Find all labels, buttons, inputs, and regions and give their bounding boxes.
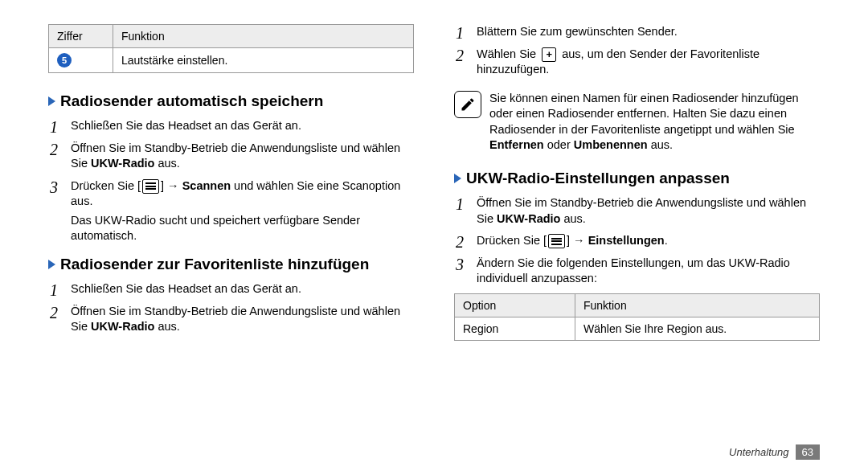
right-column: Blättern Sie zum gewünschten Sender. Wäh… [454, 24, 820, 434]
footer-section: Unterhaltung [729, 446, 788, 458]
step: Öffnen Sie im Standby-Betrieb die Anwend… [454, 195, 820, 227]
heading-favorites: Radiosender zur Favoritenliste hinzufüge… [48, 256, 414, 273]
step: Wählen Sie + aus, um den Sender der Favo… [454, 47, 820, 78]
options-table: Option Funktion Region Wählen Sie Ihre R… [454, 293, 820, 341]
chevron-right-icon [48, 260, 55, 269]
step: Drücken Sie [] → Scannen und wählen Sie … [48, 178, 414, 244]
page-footer: Unterhaltung 63 [729, 444, 820, 460]
ziffer-table: Ziffer Funktion 5 Lautstärke einstellen. [48, 24, 414, 73]
steps-auto-save: Schließen Sie das Headset an das Gerät a… [48, 118, 414, 251]
th-option: Option [455, 293, 575, 317]
number-badge-5: 5 [57, 53, 72, 68]
menu-icon [548, 234, 565, 248]
left-column: Ziffer Funktion 5 Lautstärke einstellen.… [48, 24, 414, 434]
cell-region: Region [455, 317, 575, 340]
step: Drücken Sie [] → Einstellungen. [454, 233, 820, 249]
th-funktion: Funktion [113, 25, 414, 48]
steps-favorites-right: Blättern Sie zum gewünschten Sender. Wäh… [454, 24, 820, 84]
plus-icon: + [542, 47, 556, 62]
step: Blättern Sie zum gewünschten Sender. [454, 24, 820, 40]
cell-region-desc: Wählen Sie Ihre Region aus. [575, 317, 820, 340]
cell-volume: Lautstärke einstellen. [113, 48, 414, 73]
page-number: 63 [796, 444, 820, 460]
chevron-right-icon [48, 96, 55, 106]
step: Öffnen Sie im Standby-Betrieb die Anwend… [48, 304, 414, 335]
chevron-right-icon [454, 174, 461, 183]
cell-badge: 5 [49, 48, 113, 73]
step: Öffnen Sie im Standby-Betrieb die Anwend… [48, 141, 414, 172]
pencil-note-icon [454, 91, 481, 118]
note-text: Sie können einen Namen für einen Radiose… [489, 91, 820, 154]
th-funktion: Funktion [575, 293, 820, 317]
menu-icon [142, 179, 159, 194]
steps-favorites-left: Schließen Sie das Headset an das Gerät a… [48, 281, 414, 342]
steps-settings: Öffnen Sie im Standby-Betrieb die Anwend… [454, 195, 820, 293]
manual-page: Ziffer Funktion 5 Lautstärke einstellen.… [0, 0, 868, 434]
note-box: Sie können einen Namen für einen Radiose… [454, 91, 820, 154]
step: Schließen Sie das Headset an das Gerät a… [48, 118, 414, 134]
heading-auto-save: Radiosender automatisch speichern [48, 92, 414, 110]
heading-settings: UKW-Radio-Einstellungen anpassen [454, 170, 820, 187]
step: Ändern Sie die folgenden Einstellungen, … [454, 256, 820, 287]
th-ziffer: Ziffer [49, 25, 113, 48]
step: Schließen Sie das Headset an das Gerät a… [48, 281, 414, 297]
